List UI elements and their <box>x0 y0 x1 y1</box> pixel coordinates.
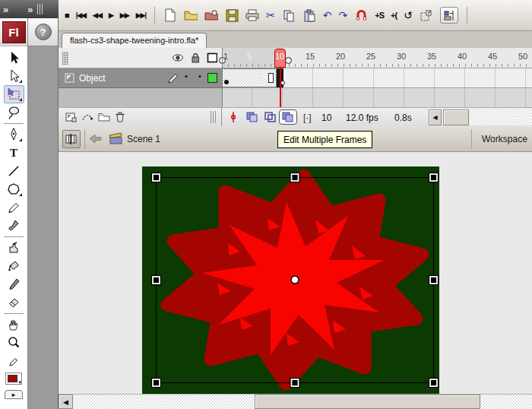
tool-ink-bottle[interactable] <box>4 239 24 257</box>
horizontal-scrollbar[interactable]: ◀ <box>59 394 532 409</box>
onion-end-marker[interactable] <box>285 57 292 64</box>
align-panel-button[interactable] <box>440 7 458 24</box>
tool-brush[interactable] <box>4 217 24 235</box>
print-button[interactable] <box>245 8 259 22</box>
rotate-ccw-button[interactable]: ↺ <box>404 10 413 21</box>
ink-bottle-icon <box>6 240 21 255</box>
add-motion-guide-button[interactable] <box>81 111 93 123</box>
scale-icon <box>420 9 432 22</box>
ruler-ticks <box>222 64 532 67</box>
timeline-scroll-thumb[interactable] <box>443 109 469 125</box>
modify-onion-markers-button[interactable]: [·] <box>303 113 312 123</box>
step-back-button[interactable]: ◀◀ <box>93 11 102 19</box>
undo-button[interactable]: ↶ <box>323 10 332 21</box>
stroke-color-control[interactable] <box>4 352 24 370</box>
frames-empty-area[interactable] <box>222 88 532 107</box>
play-button[interactable]: ▶ <box>109 11 113 19</box>
frame-rate-value[interactable]: 12.0 fps <box>346 113 378 123</box>
timeline-ruler[interactable]: 1 5 10 15 20 25 30 35 40 45 50 <box>222 48 532 68</box>
help-button[interactable]: ? <box>35 24 52 40</box>
pasteboard[interactable] <box>59 152 532 394</box>
paste-button[interactable] <box>302 8 316 22</box>
layer-controls[interactable]: Object • • <box>59 68 222 88</box>
stage-canvas[interactable] <box>142 166 439 394</box>
tool-lasso[interactable] <box>4 103 24 122</box>
tool-pencil[interactable] <box>4 198 24 217</box>
scroll-left-button[interactable]: ◀ <box>59 395 73 409</box>
redo-button[interactable]: ↷ <box>338 10 347 21</box>
tool-hand[interactable] <box>4 315 24 334</box>
transform-center-point[interactable] <box>291 276 299 284</box>
timeline-scrollbar[interactable]: ◀ <box>429 109 532 125</box>
fill-color-control[interactable]: ▾ <box>4 370 24 387</box>
scale-button[interactable] <box>420 8 433 22</box>
onion-skin-button[interactable] <box>245 111 258 123</box>
workspace-menu[interactable]: Workspace <box>482 134 527 144</box>
layer-outline-color-swatch[interactable] <box>207 73 217 83</box>
insert-folder-button[interactable] <box>98 111 110 123</box>
straighten-button[interactable]: +( <box>391 11 397 20</box>
frame-end-rect <box>268 73 274 83</box>
layer-lock-dot[interactable]: • <box>198 71 201 81</box>
timeline-pane-divider[interactable] <box>222 48 223 107</box>
panel-grip-handle[interactable] <box>62 52 68 65</box>
save-button[interactable] <box>225 8 239 22</box>
eyedropper-icon <box>6 277 21 292</box>
selection-arrow-icon <box>6 50 21 65</box>
step-forward-button[interactable]: ▶▶ <box>120 11 129 19</box>
tool-selection[interactable] <box>4 49 24 67</box>
edit-multiple-frames-button[interactable] <box>279 109 297 125</box>
hand-icon <box>6 317 21 332</box>
tool-subselection[interactable] <box>4 67 24 85</box>
tool-eraser[interactable] <box>4 293 24 312</box>
tool-options-button[interactable]: ▸ <box>5 390 23 399</box>
tool-text[interactable]: T <box>4 144 24 162</box>
expand-panel-icon[interactable]: » <box>0 5 11 14</box>
snap-button[interactable] <box>354 8 368 22</box>
layer-list-empty-area[interactable] <box>59 88 222 107</box>
smooth-button[interactable]: +S <box>375 11 384 20</box>
frame-span-1-9[interactable] <box>222 68 277 87</box>
layer-visibility-dot[interactable]: • <box>185 71 188 81</box>
expand-panel-icon[interactable]: » <box>24 5 35 14</box>
tool-free-transform[interactable] <box>4 85 24 103</box>
tool-zoom[interactable] <box>4 334 24 352</box>
insert-layer-button[interactable] <box>65 111 77 123</box>
printer-icon <box>245 9 259 21</box>
stop-button[interactable]: ■ <box>65 11 69 20</box>
current-frame-value: 10 <box>321 113 331 123</box>
tool-paint-bucket[interactable] <box>4 257 24 275</box>
tool-eyedropper[interactable] <box>4 275 24 293</box>
outline-layers-icon[interactable] <box>207 52 217 63</box>
show-hide-layers-icon[interactable] <box>173 52 183 63</box>
dock-grip-handle[interactable] <box>37 4 44 14</box>
bridge-button[interactable] <box>204 8 218 22</box>
tool-polystar[interactable] <box>4 180 24 198</box>
onion-skin-outlines-button[interactable] <box>264 111 276 123</box>
center-frame-button[interactable] <box>229 111 241 123</box>
new-document-button[interactable] <box>163 8 177 22</box>
timeline-toggle-button[interactable] <box>62 130 81 148</box>
back-button[interactable] <box>89 133 102 144</box>
go-to-end-button[interactable]: ▶▶| <box>136 11 146 19</box>
delete-layer-trash-button[interactable] <box>115 111 127 123</box>
cut-button[interactable]: ✂ <box>266 10 275 21</box>
document-tab[interactable]: flash-cs3-shape-tweening-intro.fla* <box>62 33 207 48</box>
open-button[interactable] <box>184 8 198 22</box>
copy-button[interactable] <box>282 8 296 22</box>
go-to-start-button[interactable]: |◀◀ <box>76 11 86 19</box>
dropdown-arrow-icon: ▾ <box>18 379 21 385</box>
layer-frames[interactable] <box>222 68 532 88</box>
lock-layers-icon[interactable] <box>190 52 201 63</box>
new-document-icon <box>164 8 176 22</box>
layer-row[interactable]: Object • • <box>59 68 532 88</box>
ruler-number: 35 <box>427 52 436 61</box>
timeline-scroll-left-button[interactable]: ◀ <box>429 109 442 125</box>
status-grip-handle[interactable] <box>211 111 217 123</box>
text-tool-icon: T <box>10 147 17 160</box>
scroll-thumb[interactable] <box>255 395 480 409</box>
fill-color-swatch[interactable]: ▾ <box>5 373 22 385</box>
tool-pen[interactable] <box>4 125 24 144</box>
tool-line[interactable] <box>4 162 24 180</box>
scene-breadcrumb[interactable]: Scene 1 <box>127 134 160 144</box>
